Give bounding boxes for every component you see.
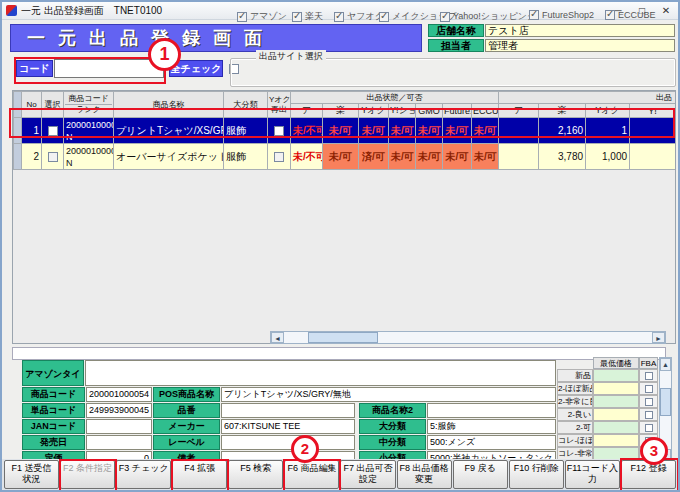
status-cell: 未/可 [443,144,472,170]
row-resubmit-checkbox[interactable] [274,152,284,162]
f6-product-edit-button[interactable]: F6 商品編集 [284,460,339,489]
row-code: 200001000054N [64,118,114,144]
site-checkbox-makeshop[interactable] [379,12,389,22]
f4-extend-button[interactable]: F4 拡張 [172,460,227,489]
status-cell: 済/可 [359,144,389,170]
store-name-label: 店舗名称 [428,24,484,37]
product-name2-field[interactable] [427,403,556,418]
scroll-up-icon[interactable]: ▲ [660,358,671,371]
scrollbar-thumb[interactable] [308,332,378,343]
fba-checkbox[interactable] [645,411,653,419]
scroll-right-icon[interactable]: ► [652,332,665,343]
major-category-label: 大分類 [359,419,426,434]
col-header-name: 商品名称 [114,92,224,118]
f5-search-button[interactable]: F5 検索 [228,460,283,489]
fba-checkbox[interactable] [645,398,653,406]
maker-field[interactable]: 607:KITSUNE TEE [221,419,355,434]
lowest-price-cell[interactable] [593,369,639,382]
fba-header: FBA [639,357,658,369]
site-checkbox-amazon[interactable] [237,12,247,22]
item-code-field[interactable]: 249993900045 [86,403,152,418]
maker-label: メーカー [153,419,220,434]
scroll-left-icon[interactable]: ◄ [271,332,284,343]
pos-name-field[interactable]: プリントTシャツ/XS/GRY/無地 [221,387,556,402]
f11-code-input-button[interactable]: F11コード入力 [565,460,620,489]
f8-price-change-button[interactable]: F8 出品価格 変更 [397,460,452,489]
status-cell: 未/可 [389,118,416,144]
grid-row-2[interactable]: 2 200001000076N オーバーサイズポケットT... 服飾 未/不可 … [14,144,676,170]
condition-label-good: 2-良い [557,408,593,421]
lowest-price-header: 最低価格 [593,357,639,369]
condition-vertical-scrollbar[interactable]: ▲ ▼ [659,357,672,463]
lowest-price-cell[interactable] [593,434,639,447]
lowest-price-cell[interactable] [593,421,639,434]
site-checkbox-yahoo-shopping[interactable] [440,12,450,22]
page-title: 一元出品登録画面 [10,24,422,52]
close-button[interactable]: ✕ [658,5,674,16]
status-cell: 未/可 [389,144,416,170]
group-header-status: 出品状態／可否 [291,92,499,104]
row-no: 2 [22,144,42,170]
grid-horizontal-scrollbar[interactable]: ◄ ► [270,331,666,344]
jan-code-field[interactable] [86,419,152,434]
middle-category-label: 中分類 [359,435,426,450]
col-header-price-yauction: Yオク [586,104,630,118]
site-checkbox-yahoo-auction[interactable] [334,12,344,22]
f10-delete-row-button[interactable]: F10 行削除 [509,460,564,489]
major-category-field[interactable]: 5:服飾 [427,419,556,434]
row-category: 服飾 [224,118,268,144]
row-select-checkbox[interactable] [48,152,58,162]
app-icon [6,5,17,16]
fba-checkbox[interactable] [645,424,653,432]
store-name-value: テスト店 [485,24,675,37]
status-cell: 未/可 [359,118,389,144]
col-header-status-amazon: ア [291,104,323,118]
f1-send-receive-button[interactable]: F1 送受信 状況 [4,460,59,489]
release-date-field[interactable] [86,435,152,450]
condition-label-coll-like-new: コレ-ほぼ新品 [557,434,593,447]
f12-register-button[interactable]: F12 登録 [621,460,676,489]
amazon-title-field[interactable] [85,360,556,386]
fba-checkbox[interactable] [645,372,653,380]
row-select-checkbox[interactable] [48,126,58,136]
price-cell: 3,780 [539,144,586,170]
f3-check-button[interactable]: F3 チェック [116,460,171,489]
fba-checkbox[interactable] [645,437,653,445]
code-input[interactable] [54,59,164,78]
middle-category-field[interactable]: 500:メンズ [427,435,556,450]
part-number-field[interactable] [221,403,355,418]
product-grid: No 選択 商品コードランク 商品名称 大分類 Yオク-再出 出品状態／可否 出… [12,90,676,344]
grid-row-1[interactable]: 1 200001000054N プリントTシャツ/XS/GRY/無地 服飾 未/… [14,118,676,144]
scrollbar-thumb[interactable] [660,388,671,416]
all-check-button[interactable]: 全チェック [169,60,223,77]
item-code-label: 単品コード [22,403,85,418]
condition-label-like-new: 2-ほぼ新品 [557,382,593,395]
f2-condition-button[interactable]: F2 条件指定 [60,460,115,489]
site-label: アマゾン [250,10,287,23]
price-cell [499,118,539,144]
site-checkbox-futureshop2[interactable] [529,10,539,20]
site-checkbox-eccube[interactable] [605,10,615,20]
col-header-status-yauction: Yオク [359,104,389,118]
lowest-price-cell[interactable] [593,382,639,395]
lowest-price-cell[interactable] [593,408,639,421]
row-name: オーバーサイズポケットT... [114,144,224,170]
amazon-title-label: アマゾンタイトル [22,360,84,386]
product-code-label: 商品コード [22,387,85,402]
f7-listing-permission-button[interactable]: F7 出品可否 設定 [340,460,395,489]
site-label: ECCUBE [618,10,656,20]
fba-checkbox[interactable] [645,385,653,393]
status-cell: 未/可 [472,144,499,170]
price-cell: 1 [586,118,630,144]
release-date-label: 発売日 [22,435,85,450]
row-resubmit-checkbox[interactable] [274,126,284,136]
status-cell: 未/可 [416,144,443,170]
site-checkbox-rakuten[interactable] [292,12,302,22]
lowest-price-cell[interactable] [593,395,639,408]
product-code-field[interactable]: 200001000054 [86,387,152,402]
label-field[interactable] [221,435,355,450]
status-cell: 未/可 [323,144,359,170]
site-label: Yahoo!ショッピング [453,10,536,23]
fba-checkbox[interactable] [645,450,653,458]
f9-back-button[interactable]: F9 戻る [453,460,508,489]
